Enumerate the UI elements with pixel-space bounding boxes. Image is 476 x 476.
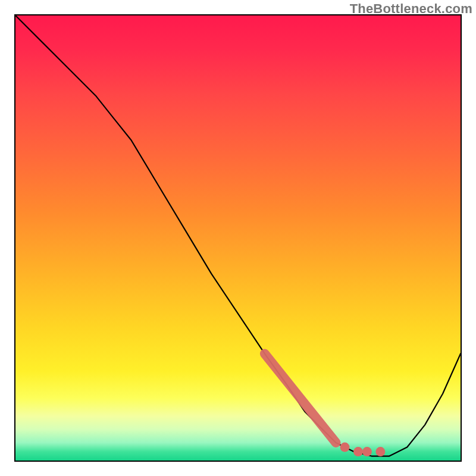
bottleneck-curve [15, 15, 461, 456]
highlight-dot [362, 447, 372, 456]
highlight-dot [340, 443, 350, 452]
highlight-band [265, 353, 336, 443]
highlight-dot [353, 447, 363, 456]
chart-overlay [15, 15, 461, 461]
plot-frame [14, 14, 462, 462]
highlight-dot [375, 447, 385, 456]
chart-canvas: TheBottleneck.com [0, 0, 476, 476]
